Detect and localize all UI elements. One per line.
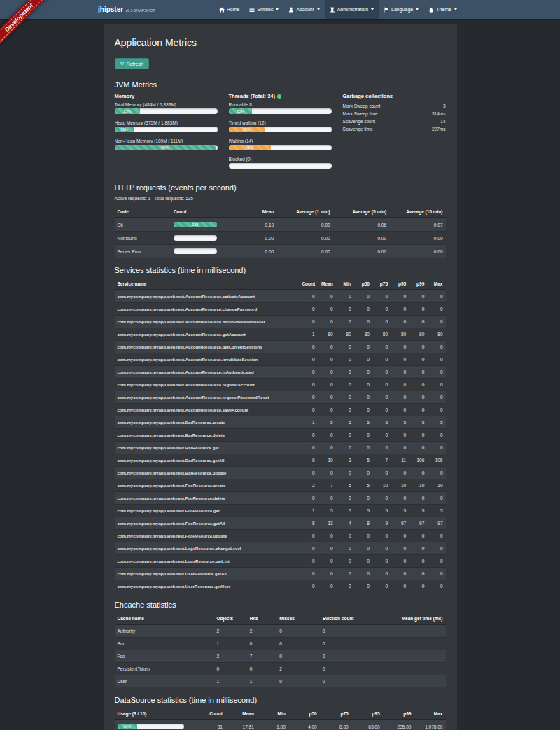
progress-value: 19% <box>120 127 128 132</box>
progress-fill: 135 <box>174 222 217 227</box>
service-p95: 0 <box>391 492 409 505</box>
service-mean: 0 <box>318 379 336 391</box>
service-count: 0 <box>299 542 317 555</box>
nav-item-account[interactable]: Account <box>284 0 324 19</box>
table-row: PersistentToken 0 0 2 0 <box>115 663 446 675</box>
service-name: com.mycompany.myapp.web.rest.AccountReso… <box>115 328 300 341</box>
service-count: 0 <box>299 429 317 442</box>
content-panel: Application Metrics ↻ Refresh JVM Metric… <box>104 24 457 730</box>
service-p95: 0 <box>391 391 409 404</box>
service-p99: 0 <box>409 316 427 328</box>
service-p95: 0 <box>391 580 409 593</box>
service-p50: 0 <box>354 316 372 328</box>
table-header-row: Code Count Mean Average (1 min) Average … <box>115 206 446 218</box>
service-mean: 0 <box>318 404 336 416</box>
service-max: 80 <box>427 328 445 341</box>
column-header-p95: p95 <box>351 708 383 720</box>
column-header-avg5: Average (5 min) <box>333 206 389 218</box>
table-row: com.mycompany.myapp.web.rest.AccountReso… <box>115 290 446 303</box>
flag-icon <box>384 7 389 13</box>
service-mean: 13 <box>318 517 336 530</box>
service-max: 0 <box>427 341 445 353</box>
service-p75: 0 <box>372 429 391 442</box>
service-min: 0 <box>336 568 354 580</box>
table-row: com.mycompany.myapp.web.rest.AccountReso… <box>115 316 446 328</box>
column-header-code: Code <box>115 206 171 218</box>
progress-track <box>229 163 332 169</box>
thread-metric: Blocked (0) <box>229 157 332 169</box>
thread-metric: Timed waiting (12) 35% <box>229 120 332 132</box>
table-header-row: Cache name Objects Hits Misses Eviction … <box>115 613 446 624</box>
progress-fill: 23% <box>229 108 253 114</box>
table-row: com.mycompany.myapp.web.rest.BarResource… <box>115 416 446 429</box>
metric-label: Blocked (0) <box>229 157 332 162</box>
table-row: com.mycompany.myapp.web.rest.FooResource… <box>115 517 446 530</box>
service-p99: 0 <box>409 568 427 580</box>
service-min: 0 <box>336 303 354 316</box>
nav-item-entities[interactable]: Entities <box>244 0 284 19</box>
column-header-count: Count <box>171 206 230 218</box>
datasource-p95: 63.00 <box>351 720 383 730</box>
datasource-statistics-table: Usage (3 / 10) Count Mean Min p50 p75 p9… <box>115 708 446 730</box>
nav-item-home[interactable]: Home <box>214 0 245 19</box>
service-mean: 0 <box>318 555 336 568</box>
metric-label: Timed waiting (12) <box>229 120 332 125</box>
threads-column: Threads (Total: 34) Runnable 8 23% Timed… <box>229 93 332 175</box>
service-p95: 97 <box>391 517 409 530</box>
nav-item-language[interactable]: Language <box>379 0 424 19</box>
service-min: 0 <box>336 379 354 391</box>
service-p99: 5 <box>409 416 427 429</box>
datasource-count: 31 <box>194 720 225 730</box>
tint-icon <box>428 7 434 13</box>
cache-objects: 0 <box>214 663 246 675</box>
service-count: 8 <box>299 517 317 530</box>
service-count: 0 <box>299 568 317 580</box>
service-count: 0 <box>299 379 317 391</box>
service-p95: 0 <box>391 568 409 580</box>
threads-heading-label: Threads (Total: 34) <box>229 93 276 99</box>
service-min: 4 <box>336 517 354 530</box>
service-p50: 5 <box>354 416 372 429</box>
column-header-eviction-count: Eviction count <box>320 613 383 624</box>
user-icon <box>288 7 294 13</box>
page-title: Application Metrics <box>115 37 446 48</box>
service-p50: 0 <box>354 391 372 404</box>
service-p50: 0 <box>354 303 372 316</box>
service-p75: 0 <box>372 404 391 416</box>
service-p95: 0 <box>391 366 409 379</box>
service-max: 5 <box>427 416 445 429</box>
gc-label: Mark Sweep time <box>343 111 378 116</box>
progress-track: 25% <box>115 108 218 114</box>
service-p99: 0 <box>409 555 427 568</box>
service-name: com.mycompany.myapp.web.rest.BarResource… <box>115 429 300 442</box>
service-name: com.mycompany.myapp.web.rest.BarResource… <box>115 442 300 454</box>
cache-evictions: 0 <box>320 675 383 688</box>
service-p99: 0 <box>409 542 427 555</box>
service-name: com.mycompany.myapp.web.rest.AccountReso… <box>115 290 300 303</box>
table-row: com.mycompany.myapp.web.rest.BarResource… <box>115 429 446 442</box>
service-p95: 0 <box>391 530 409 542</box>
table-row: com.mycompany.myapp.web.rest.FooResource… <box>115 492 446 505</box>
progress-value: 23% <box>237 109 244 113</box>
service-mean: 7 <box>318 479 336 492</box>
nav-item-theme[interactable]: Theme <box>424 0 462 19</box>
service-name: com.mycompany.myapp.web.rest.AccountReso… <box>115 404 300 416</box>
service-p99: 10 <box>409 479 427 492</box>
service-min: 0 <box>336 290 354 303</box>
http-avg1: 0.00 <box>276 218 332 232</box>
service-count: 1 <box>299 328 317 341</box>
thread-dump-icon[interactable] <box>277 94 281 99</box>
cache-name: Bar <box>115 638 214 650</box>
nav-item-administration[interactable]: Administration <box>325 0 379 19</box>
refresh-button[interactable]: ↻ Refresh <box>115 58 149 69</box>
service-min: 0 <box>336 442 354 454</box>
service-name: com.mycompany.myapp.web.rest.FooResource… <box>115 530 300 542</box>
service-count: 0 <box>299 467 317 479</box>
service-mean: 80 <box>318 328 336 341</box>
progress-fill: 30% <box>118 724 138 729</box>
brand-link[interactable]: jhipster v0.1-SNAPSHOT <box>98 6 155 13</box>
cache-hits: 2 <box>247 624 277 638</box>
datasource-p99: 235.00 <box>383 720 414 730</box>
chevron-down-icon <box>416 8 419 10</box>
service-p95: 0 <box>391 429 409 442</box>
